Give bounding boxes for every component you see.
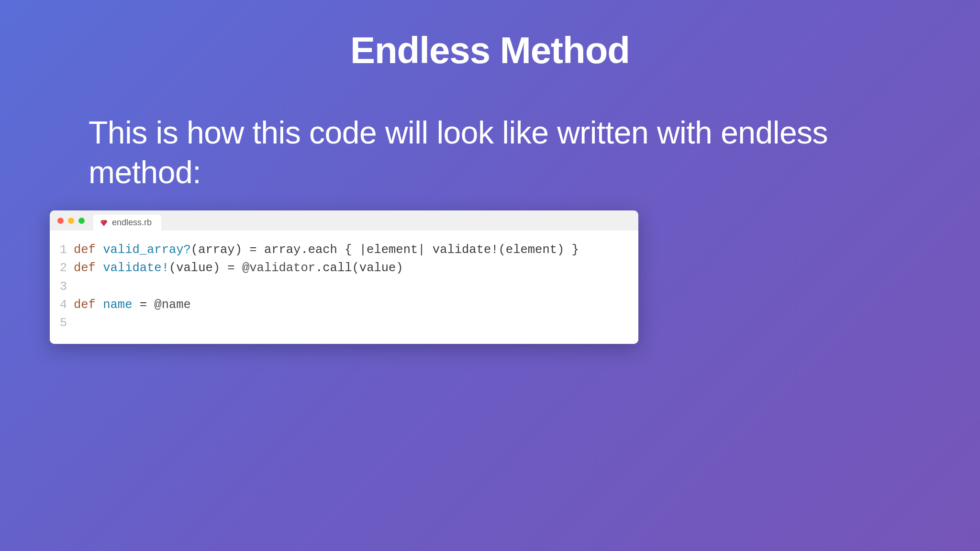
code-line: 4def name = @name (50, 296, 638, 314)
line-content: def valid_array?(array) = array.each { |… (74, 241, 579, 259)
line-number: 1 (50, 241, 74, 259)
window-titlebar: endless.rb (50, 210, 638, 231)
code-line: 1def valid_array?(array) = array.each { … (50, 241, 638, 259)
tab-file[interactable]: endless.rb (93, 215, 161, 231)
close-icon[interactable] (57, 218, 64, 224)
code-token: = (132, 298, 154, 312)
code-token: def (74, 298, 103, 312)
code-token: validate! (103, 261, 169, 275)
code-token: name (103, 298, 132, 312)
maximize-icon[interactable] (78, 218, 85, 224)
line-number: 5 (50, 314, 74, 332)
minimize-icon[interactable] (68, 218, 74, 224)
slide-title: Endless Method (0, 0, 980, 72)
ruby-icon (100, 219, 108, 227)
code-token: .call(value) (315, 261, 403, 275)
code-token: def (74, 261, 103, 275)
code-token: (array) = array.each { |element| validat… (191, 243, 579, 257)
slide-subtitle: This is how this code will look like wri… (0, 72, 980, 192)
line-number: 3 (50, 278, 74, 296)
code-token: @validator (242, 261, 315, 275)
code-body: 1def valid_array?(array) = array.each { … (50, 231, 638, 344)
code-token: def (74, 243, 103, 257)
code-token: valid_array? (103, 243, 191, 257)
line-number: 4 (50, 296, 74, 314)
code-window: endless.rb 1def valid_array?(array) = ar… (50, 210, 638, 344)
line-content: def name = @name (74, 296, 191, 314)
code-token: @name (154, 298, 191, 312)
code-token: (value) = (169, 261, 242, 275)
code-line: 5 (50, 314, 638, 332)
tab-filename: endless.rb (112, 218, 152, 228)
line-number: 2 (50, 259, 74, 277)
code-line: 3 (50, 278, 638, 296)
code-line: 2def validate!(value) = @validator.call(… (50, 259, 638, 277)
traffic-lights (57, 218, 85, 224)
line-content: def validate!(value) = @validator.call(v… (74, 259, 403, 277)
